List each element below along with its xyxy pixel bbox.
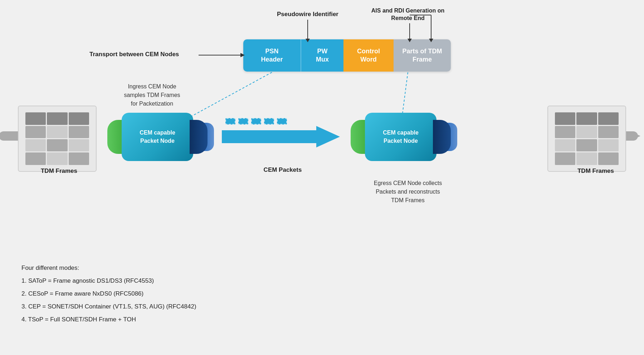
svg-marker-14 <box>630 131 640 141</box>
packet-dot-2 <box>238 118 248 125</box>
label-egress: Egress CEM Node collectsPackets and reco… <box>365 179 451 205</box>
packet-bar: PSNHeader PWMux ControlWord Parts of TDM… <box>243 39 451 72</box>
mode-3: 3. CEP = SONET/SDH Container (VT1.5, STS… <box>21 301 196 313</box>
packet-dot-4 <box>264 118 274 125</box>
label-tdm-right: TDM Frames <box>567 167 624 175</box>
cem-dark-cap-right <box>433 120 451 154</box>
label-pw-identifier: Pseudowire Identifier <box>272 11 343 18</box>
bottom-text-block: Four different modes: 1. SAToP = Frame a… <box>21 262 196 326</box>
tdm-device-left <box>18 106 97 172</box>
label-transport: Transport between CEM Nodes <box>89 51 179 58</box>
label-cem-packets: CEM Packets <box>254 166 311 174</box>
packet-dot-5 <box>277 118 287 125</box>
label-ais-rdi: AIS and RDI Generation on Remote End <box>369 7 447 22</box>
packet-dot-3 <box>251 118 261 125</box>
label-tdm-left: TDM Frames <box>30 167 88 175</box>
cem-node-left: CEM capablePacket Node <box>107 113 208 161</box>
cem-node-right: CEM capablePacket Node <box>351 113 451 161</box>
mode-4: 4. TSoP = Full SONET/SDH Frame + TOH <box>21 313 196 326</box>
label-ingress: Ingress CEM Nodesamples TDM Framesfor Pa… <box>111 82 193 108</box>
pw-mux-cell: PWMux <box>301 39 343 72</box>
tdm-device-right <box>547 106 626 172</box>
mode-2: 2. CESoP = Frame aware NxDS0 (RFC5086) <box>21 288 196 300</box>
packet-dot-1 <box>225 118 235 125</box>
cem-cylinder-right: CEM capablePacket Node <box>365 113 436 161</box>
parts-tdm-cell: Parts of TDMFrame <box>394 39 451 72</box>
cem-cylinder-left: CEM capablePacket Node <box>122 113 193 161</box>
cem-packets-dots <box>225 118 287 125</box>
psn-header-cell: PSNHeader <box>243 39 301 72</box>
control-word-cell: ControlWord <box>343 39 394 72</box>
cem-dark-cap-left <box>190 120 208 154</box>
canvas: PSNHeader PWMux ControlWord Parts of TDM… <box>0 0 644 355</box>
cem-data-arrow <box>222 126 340 147</box>
modes-title: Four different modes: <box>21 262 196 274</box>
mode-1: 1. SAToP = Frame agnostic DS1/DS3 (RFC45… <box>21 275 196 287</box>
